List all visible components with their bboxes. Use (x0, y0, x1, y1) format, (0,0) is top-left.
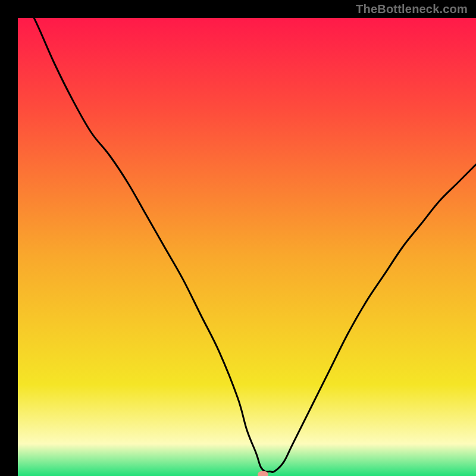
gradient-background (18, 18, 476, 476)
current-point-marker (258, 471, 268, 476)
plot-area (18, 18, 476, 476)
bottleneck-chart (18, 18, 476, 476)
watermark-text: TheBottleneck.com (356, 2, 468, 16)
